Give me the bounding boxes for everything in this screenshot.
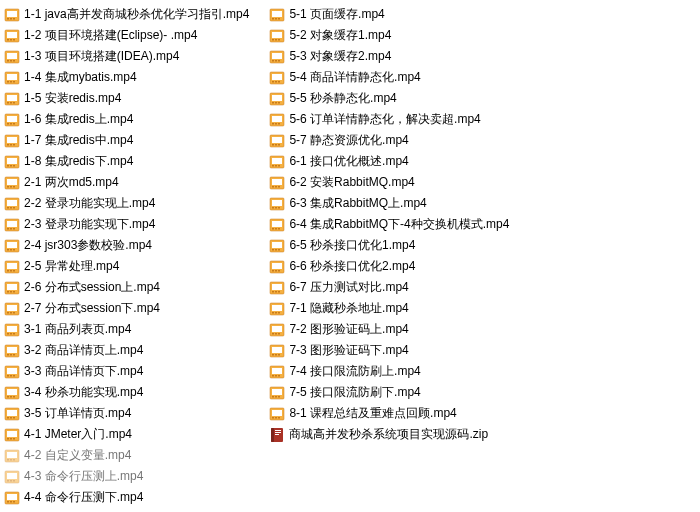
file-name-label: 4-2 自定义变量.mp4 [24,445,131,466]
svg-rect-182 [272,270,274,272]
video-file-icon [4,49,20,65]
file-name-label: 2-4 jsr303参数校验.mp4 [24,235,152,256]
file-item[interactable]: 5-4 商品详情静态化.mp4 [269,67,529,88]
svg-rect-86 [7,368,17,374]
svg-rect-18 [10,81,12,83]
file-item[interactable]: 4-2 自定义变量.mp4 [4,445,269,466]
svg-rect-167 [272,207,274,209]
file-name-label: 5-6 订单详情静态化，解决卖超.mp4 [289,109,480,130]
file-item[interactable]: 3-4 秒杀功能实现.mp4 [4,382,269,403]
svg-rect-172 [272,228,274,230]
svg-rect-114 [13,480,15,482]
archive-icon [269,427,285,443]
svg-rect-139 [278,81,280,83]
file-item[interactable]: 5-5 秒杀静态化.mp4 [269,88,529,109]
file-item[interactable]: 4-1 JMeter入门.mp4 [4,424,269,445]
svg-rect-149 [278,123,280,125]
svg-rect-44 [13,186,15,188]
video-file-icon [4,28,20,44]
file-item[interactable]: 1-1 java高并发商城秒杀优化学习指引.mp4 [4,4,269,25]
file-item[interactable]: 6-7 压力测试对比.mp4 [269,277,529,298]
file-item[interactable]: 5-7 静态资源优化.mp4 [269,130,529,151]
file-item[interactable]: 7-5 接口限流防刷下.mp4 [269,382,529,403]
file-item[interactable]: 2-7 分布式session下.mp4 [4,298,269,319]
file-name-label: 1-6 集成redis上.mp4 [24,109,133,130]
file-item[interactable]: 1-2 项目环境搭建(Eclipse)- .mp4 [4,25,269,46]
file-item[interactable]: 5-1 页面缓存.mp4 [269,4,529,25]
file-name-label: 6-4 集成RabbitMQ下-4种交换机模式.mp4 [289,214,509,235]
file-item[interactable]: 8-1 课程总结及重难点回顾.mp4 [269,403,529,424]
svg-rect-81 [7,347,17,353]
file-item[interactable]: 2-3 登录功能实现下.mp4 [4,214,269,235]
svg-rect-96 [7,410,17,416]
file-item[interactable]: 7-1 隐藏秒杀地址.mp4 [269,298,529,319]
file-item[interactable]: 1-7 集成redis中.mp4 [4,130,269,151]
svg-rect-32 [7,144,9,146]
svg-rect-133 [275,60,277,62]
file-list: 1-1 java高并发商城秒杀优化学习指引.mp41-2 项目环境搭建(Ecli… [4,4,696,508]
file-item[interactable]: 6-4 集成RabbitMQ下-4种交换机模式.mp4 [269,214,529,235]
file-name-label: 1-2 项目环境搭建(Eclipse)- .mp4 [24,25,197,46]
video-file-icon [4,280,20,296]
svg-rect-168 [275,207,277,209]
file-item[interactable]: 5-3 对象缓存2.mp4 [269,46,529,67]
file-name-label: 3-5 订单详情页.mp4 [24,403,131,424]
video-file-icon [4,7,20,23]
svg-rect-122 [272,18,274,20]
file-item[interactable]: 2-6 分布式session上.mp4 [4,277,269,298]
file-item[interactable]: 3-1 商品列表页.mp4 [4,319,269,340]
svg-rect-199 [278,333,280,335]
file-item[interactable]: 1-3 项目环境搭建(IDEA).mp4 [4,46,269,67]
file-item[interactable]: 7-3 图形验证码下.mp4 [269,340,529,361]
file-item[interactable]: 4-3 命令行压测上.mp4 [4,466,269,487]
file-item[interactable]: 5-2 对象缓存1.mp4 [269,25,529,46]
file-name-label: 5-5 秒杀静态化.mp4 [289,88,396,109]
file-item[interactable]: 2-5 异常处理.mp4 [4,256,269,277]
file-item[interactable]: 1-6 集成redis上.mp4 [4,109,269,130]
video-file-icon [4,91,20,107]
file-item[interactable]: 1-8 集成redis下.mp4 [4,151,269,172]
file-item[interactable]: 5-6 订单详情静态化，解决卖超.mp4 [269,109,529,130]
file-item[interactable]: 商城高并发秒杀系统项目实现源码.zip [269,424,529,445]
file-name-label: 4-1 JMeter入门.mp4 [24,424,132,445]
file-item[interactable]: 6-1 接口优化概述.mp4 [269,151,529,172]
file-item[interactable]: 2-2 登录功能实现上.mp4 [4,193,269,214]
svg-rect-194 [278,312,280,314]
file-item[interactable]: 2-1 两次md5.mp4 [4,172,269,193]
file-item[interactable]: 1-4 集成mybatis.mp4 [4,67,269,88]
svg-rect-207 [272,375,274,377]
svg-rect-206 [272,368,282,374]
video-file-icon [4,490,20,506]
file-item[interactable]: 6-5 秒杀接口优化1.mp4 [269,235,529,256]
file-item[interactable]: 2-4 jsr303参数校验.mp4 [4,235,269,256]
video-file-icon [269,7,285,23]
file-item[interactable]: 7-4 接口限流防刷上.mp4 [269,361,529,382]
svg-rect-193 [275,312,277,314]
file-item[interactable]: 3-2 商品详情页上.mp4 [4,340,269,361]
svg-rect-91 [7,389,17,395]
svg-rect-124 [278,18,280,20]
video-file-icon [269,385,285,401]
file-item[interactable]: 3-3 商品详情页下.mp4 [4,361,269,382]
file-name-label: 7-4 接口限流防刷上.mp4 [289,361,420,382]
file-item[interactable]: 3-5 订单详情页.mp4 [4,403,269,424]
file-name-label: 2-3 登录功能实现下.mp4 [24,214,155,235]
svg-rect-2 [7,18,9,20]
svg-rect-82 [7,354,9,356]
file-name-label: 5-2 对象缓存1.mp4 [289,25,391,46]
svg-rect-106 [7,452,17,458]
video-file-icon [4,217,20,233]
file-item[interactable]: 4-4 命令行压测下.mp4 [4,487,269,508]
file-name-label: 1-8 集成redis下.mp4 [24,151,133,172]
svg-rect-8 [10,39,12,41]
video-file-icon [269,364,285,380]
file-item[interactable]: 1-5 安装redis.mp4 [4,88,269,109]
file-item[interactable]: 6-6 秒杀接口优化2.mp4 [269,256,529,277]
video-file-icon [269,28,285,44]
svg-rect-134 [278,60,280,62]
svg-rect-34 [13,144,15,146]
file-item[interactable]: 7-2 图形验证码上.mp4 [269,319,529,340]
file-item[interactable]: 6-3 集成RabbitMQ上.mp4 [269,193,529,214]
file-item[interactable]: 6-2 安装RabbitMQ.mp4 [269,172,529,193]
svg-rect-189 [278,291,280,293]
